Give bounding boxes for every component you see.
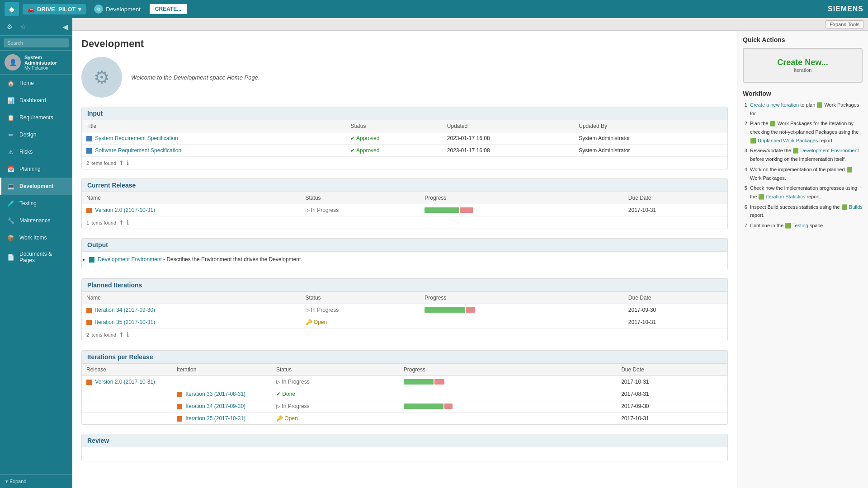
unplanned-wp-link[interactable]: 🟩 Unplanned Work Packages: [750, 138, 818, 143]
main-area: Expand Tools Development ⚙ Welcome to th…: [72, 18, 868, 488]
testing-space-link[interactable]: 🟩 Testing: [785, 223, 808, 228]
iter34-link2[interactable]: Iteration 34 (2017-09-30): [185, 403, 245, 409]
input-row1-status: ✔ Approved: [346, 132, 442, 145]
ipr-version2-link[interactable]: Version 2.0 (2017-10-31): [95, 379, 155, 385]
release-row1-name: Version 2.0 (2017-10-31): [82, 204, 301, 216]
release-row1-progress: [420, 204, 623, 216]
ipr-iter33-status: ✔ Done: [272, 388, 399, 400]
sidebar-expand[interactable]: ▾ Expand: [0, 474, 72, 488]
list-item: Check how the implementation progresses …: [750, 184, 863, 201]
doc-icon-blue: [86, 148, 92, 154]
app-logo[interactable]: ◆: [5, 2, 19, 16]
ipr-iter34-progress: [399, 400, 617, 413]
info-icon[interactable]: ℹ: [127, 160, 129, 166]
iter33-link[interactable]: Iteration 33 (2017-08-31): [185, 391, 245, 397]
sidebar-item-home[interactable]: 🏠 Home: [0, 75, 72, 92]
sidebar-item-planning[interactable]: 📅 Planning: [0, 160, 72, 178]
version2-link[interactable]: Version 2.0 (2017-10-31): [95, 207, 155, 213]
input-section: Input Title Status Updated Updated By: [81, 107, 728, 169]
progress-pink: [434, 379, 444, 385]
space-icon: ⚙: [94, 5, 103, 14]
sidebar-top-icons: ⚙ ☆ ◀: [0, 18, 72, 36]
space-breadcrumb: ⚙ Development: [90, 3, 145, 15]
iter35-due: 2017-10-31: [624, 316, 727, 328]
sidebar-item-requirements[interactable]: 📋 Requirements: [0, 109, 72, 126]
iter-count: 2 items found: [86, 332, 116, 338]
system-req-link[interactable]: System Requirement Specification: [95, 135, 178, 141]
sidebar-item-maintenance[interactable]: 🔧 Maintenance: [0, 212, 72, 229]
sidebar-user-section: 👤 System Administrator My Polarion: [0, 51, 72, 75]
sidebar-item-workitems[interactable]: 📦 Work Items: [0, 229, 72, 246]
current-release-header: Current Release: [82, 179, 727, 192]
iter35-link[interactable]: Iteration 35 (2017-10-31): [95, 319, 155, 325]
sidebar-item-documents[interactable]: 📄 Documents & Pages: [0, 246, 72, 268]
progress-bar: [425, 207, 488, 213]
progress-bar: [404, 379, 467, 385]
sidebar-item-testing-label: Testing: [19, 200, 37, 206]
table-row: Iteration 35 (2017-10-31) 🔑 Open: [82, 316, 727, 328]
create-new-button[interactable]: Create New... Iteration: [743, 48, 863, 83]
gear-icon: ⚙: [94, 67, 110, 88]
progress-pink: [444, 404, 453, 409]
sidebar-item-risks[interactable]: ⚠ Risks: [0, 143, 72, 160]
planning-icon: 📅: [7, 165, 15, 173]
software-req-link[interactable]: Software Requirement Specification: [95, 147, 181, 154]
output-section-header: Output: [82, 239, 727, 252]
ipr-iter34-status: ▷ In Progress: [272, 400, 399, 413]
table-row: Software Requirement Specification ✔ App…: [82, 145, 727, 157]
builds-link[interactable]: 🟩 Builds: [841, 204, 863, 210]
testing-icon: 🧪: [7, 199, 15, 207]
project-selector[interactable]: 🚗 DRIVE_PILOT ▾: [23, 4, 86, 14]
sidebar: ⚙ ☆ ◀ 👤 System Administrator My Polarion…: [0, 18, 72, 488]
dev-env-link[interactable]: Development Environment: [98, 256, 161, 263]
user-sub: My Polarion: [24, 66, 68, 70]
star-icon[interactable]: ☆: [18, 22, 28, 32]
iter35-progress: [420, 316, 623, 328]
table-row: Iteration 34 (2017-09-30) ▷ In Progress: [82, 400, 727, 413]
ipr-iter35-name: Iteration 35 (2017-10-31): [172, 413, 272, 425]
table-row: Version 2.0 (2017-10-31) ▷ In Progress: [82, 376, 727, 388]
settings-icon[interactable]: ⚙: [5, 22, 14, 32]
ipr-iter35-due: 2017-10-31: [617, 413, 727, 425]
iter-stats-link[interactable]: 🟩 Iteration Statistics: [758, 194, 805, 199]
user-info: System Administrator My Polarion: [24, 55, 68, 70]
sidebar-item-dashboard[interactable]: 📊 Dashboard: [0, 92, 72, 109]
info-icon[interactable]: ℹ: [127, 331, 129, 338]
ipr-release-due: 2017-10-31: [617, 376, 727, 388]
content-wrapper: Development ⚙ Welcome to the Development…: [72, 31, 868, 488]
export-icon[interactable]: ⬆: [119, 160, 124, 166]
search-input[interactable]: [4, 38, 69, 47]
list-item: Inspect Build success statistics using t…: [750, 203, 863, 220]
sidebar-item-planning-label: Planning: [19, 166, 41, 172]
dev-env-link2[interactable]: 🟩 Development Environment: [793, 148, 859, 153]
user-name: System Administrator: [24, 55, 68, 66]
main-layout: ⚙ ☆ ◀ 👤 System Administrator My Polarion…: [0, 18, 868, 488]
list-item: Review/update the 🟩 Development Environm…: [750, 146, 863, 163]
project-dropdown-icon: ▾: [78, 6, 81, 13]
sidebar-item-dashboard-label: Dashboard: [19, 97, 46, 103]
iter-icon: [86, 308, 92, 313]
iter34-link[interactable]: Iteration 34 (2017-09-30): [95, 307, 155, 313]
output-section-body: Development Environment - Describes the …: [82, 252, 727, 269]
create-button[interactable]: CREATE...: [149, 3, 188, 15]
sidebar-item-testing[interactable]: 🧪 Testing: [0, 195, 72, 212]
sidebar-item-development[interactable]: 💻 Development: [0, 178, 72, 195]
input-footer: 2 items found ⬆ ℹ: [82, 156, 727, 169]
info-icon[interactable]: ℹ: [127, 219, 129, 226]
current-release-footer: 1 items found ⬆ ℹ: [82, 216, 727, 229]
input-table: Title Status Updated Updated By: [82, 120, 727, 156]
sidebar-item-design[interactable]: ✏ Design: [0, 126, 72, 143]
expand-tools-button[interactable]: Expand Tools: [826, 20, 863, 28]
export-icon[interactable]: ⬆: [119, 331, 124, 338]
ipr-iter35-status: 🔑 Open: [272, 413, 399, 425]
home-icon: 🏠: [7, 79, 15, 87]
status-done: ✔ Done: [276, 391, 395, 397]
iter35-link2[interactable]: Iteration 35 (2017-10-31): [185, 415, 245, 422]
create-iteration-link[interactable]: Create a new Iteration: [750, 102, 799, 108]
iterations-per-release-body: Release Iteration Status Progress Due Da…: [82, 364, 727, 424]
sidebar-collapse-button[interactable]: ◀: [62, 23, 68, 31]
progress-green: [425, 307, 465, 313]
ipr-iter33-release: [82, 388, 172, 400]
status-inprogress: ▷ In Progress: [306, 207, 416, 213]
export-icon[interactable]: ⬆: [119, 219, 124, 226]
